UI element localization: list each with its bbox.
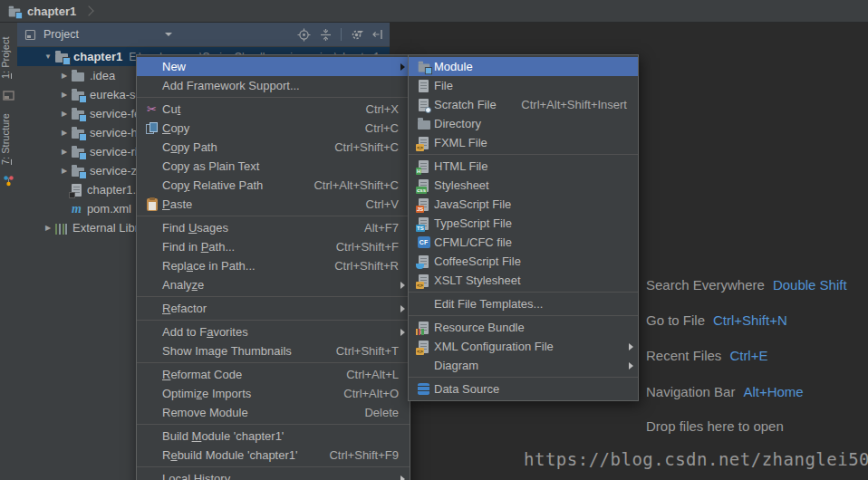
- hide-panel-icon[interactable]: [371, 28, 384, 41]
- folder-icon: [72, 72, 84, 82]
- menu-item-data-source[interactable]: Data Source: [409, 379, 638, 398]
- menu-item-analyze[interactable]: Analyze: [137, 275, 410, 294]
- menu-item-html-file[interactable]: H HTML File: [409, 157, 638, 176]
- menu-item-stylesheet[interactable]: css Stylesheet: [409, 176, 638, 195]
- fxml-file-icon: <>: [419, 137, 429, 149]
- menu-item-directory[interactable]: Directory: [409, 114, 638, 133]
- submenu-arrow-icon: [400, 305, 405, 312]
- menu-item-local-history[interactable]: Local History: [137, 469, 410, 480]
- menu-item-copy-path[interactable]: Copy PathCtrl+Shift+C: [137, 138, 410, 157]
- hint-search-everywhere: Search EverywhereDouble Shift: [646, 277, 847, 293]
- project-view-icon: [24, 29, 37, 41]
- menu-item-remove-module[interactable]: Remove ModuleDelete: [137, 403, 410, 422]
- menu-item-optimize-imports[interactable]: Optimize ImportsCtrl+Alt+O: [137, 384, 410, 403]
- paste-icon: [147, 198, 158, 211]
- data-source-icon: [418, 383, 429, 395]
- tab-project[interactable]: 1: Project: [0, 32, 16, 84]
- menu-item-resource-bundle[interactable]: Resource Bundle: [409, 318, 638, 337]
- menu-separator: [137, 362, 410, 363]
- ide-window: chapter1 1: Project 7: Structure Project: [0, 0, 868, 480]
- collapse-arrow-icon[interactable]: [41, 224, 55, 232]
- typescript-file-icon: TS: [419, 217, 429, 230]
- project-icon: [9, 8, 21, 16]
- submenu-arrow-icon: [629, 362, 633, 370]
- menu-separator: [137, 97, 410, 98]
- hint-drop-files: Drop files here to open: [646, 418, 784, 434]
- menu-item-module[interactable]: Module: [409, 57, 638, 76]
- module-icon: [418, 64, 429, 72]
- collapse-arrow-icon[interactable]: [57, 72, 72, 80]
- menu-separator: [137, 424, 410, 425]
- menu-item-copy[interactable]: CopyCtrl+C: [137, 119, 410, 138]
- breadcrumb-project[interactable]: chapter1: [27, 5, 76, 18]
- collapse-arrow-icon[interactable]: [57, 110, 72, 118]
- menu-item-new[interactable]: New: [137, 57, 410, 76]
- locate-icon[interactable]: [297, 28, 311, 42]
- hint-navigation-bar: Navigation BarAlt+Home: [646, 384, 804, 399]
- menu-item-paste[interactable]: PasteCtrl+V: [137, 195, 410, 214]
- chevron-down-icon[interactable]: [165, 33, 172, 40]
- structure-tool-icon: [3, 175, 14, 187]
- menu-item-diagram[interactable]: Diagram: [409, 356, 638, 375]
- file-icon: [419, 80, 429, 92]
- menu-item-file[interactable]: File: [409, 76, 638, 95]
- title-bar: chapter1: [0, 0, 868, 23]
- settings-gear-icon[interactable]: [350, 28, 363, 42]
- submenu-arrow-icon: [400, 475, 405, 480]
- cfml-file-icon: CF: [418, 236, 430, 248]
- menu-item-scratch-file[interactable]: Scratch FileCtrl+Alt+Shift+Insert: [409, 95, 638, 114]
- collapse-arrow-icon[interactable]: [57, 167, 72, 175]
- project-view-title[interactable]: Project: [43, 28, 79, 41]
- menu-item-add-to-favorites[interactable]: Add to Favorites: [137, 322, 410, 341]
- javascript-file-icon: JS: [419, 198, 429, 211]
- tab-structure[interactable]: 7: Structure: [0, 109, 16, 170]
- html-file-icon: H: [419, 160, 429, 173]
- tab-structure-label: 7: Structure: [0, 114, 11, 166]
- menu-item-cut[interactable]: ✂ CutCtrl+X: [137, 100, 410, 119]
- submenu-arrow-icon: [400, 63, 405, 71]
- menu-separator: [409, 315, 638, 316]
- submenu-arrow-icon: [400, 282, 405, 289]
- xslt-file-icon: <>: [419, 274, 429, 287]
- menu-item-replace-in-path[interactable]: Replace in Path...Ctrl+Shift+R: [137, 256, 410, 275]
- tab-project-label: 1: Project: [0, 37, 11, 79]
- menu-item-build-module[interactable]: Build Module 'chapter1': [137, 427, 410, 446]
- menu-separator: [409, 377, 638, 378]
- menu-item-cfml-cfc-file[interactable]: CF CFML/CFC file: [409, 233, 638, 252]
- module-icon: [72, 91, 84, 101]
- menu-item-fxml-file[interactable]: <> FXML File: [409, 133, 638, 152]
- watermark-url: https://blog.csdn.net/zhanglei500038: [524, 449, 868, 469]
- module-icon: [55, 53, 68, 62]
- menu-item-rebuild-module[interactable]: Rebuild Module 'chapter1'Ctrl+Shift+F9: [137, 446, 410, 465]
- menu-item-reformat-code[interactable]: Reformat CodeCtrl+Alt+L: [137, 365, 410, 384]
- project-panel-header: Project: [17, 23, 390, 46]
- menu-item-xml-configuration-file[interactable]: <> XML Configuration File: [409, 337, 638, 356]
- menu-separator: [137, 216, 410, 216]
- collapse-all-icon[interactable]: [319, 28, 333, 42]
- menu-item-refactor[interactable]: Refactor: [137, 299, 410, 318]
- iml-file-icon: [72, 184, 82, 197]
- collapse-arrow-icon[interactable]: [57, 148, 72, 156]
- menu-item-typescript-file[interactable]: TS TypeScript File: [409, 214, 638, 233]
- module-icon: [72, 168, 84, 177]
- menu-item-xslt-stylesheet[interactable]: <> XSLT Stylesheet: [409, 271, 638, 290]
- xml-file-icon: <>: [419, 341, 429, 353]
- menu-separator: [137, 296, 410, 297]
- menu-item-coffeescript-file[interactable]: CoffeeScript File: [409, 252, 638, 271]
- directory-icon: [418, 120, 430, 130]
- menu-item-find-in-path[interactable]: Find in Path...Ctrl+Shift+F: [137, 237, 410, 256]
- collapse-arrow-icon[interactable]: [57, 91, 72, 99]
- menu-item-find-usages[interactable]: Find UsagesAlt+F7: [137, 218, 410, 237]
- resource-bundle-icon: [419, 322, 429, 334]
- menu-item-copy-as-plain-text[interactable]: Copy as Plain Text: [137, 157, 410, 176]
- menu-item-show-image-thumbnails[interactable]: Show Image ThumbnailsCtrl+Shift+T: [137, 341, 410, 360]
- module-icon: [72, 110, 84, 120]
- menu-item-javascript-file[interactable]: JS JavaScript File: [409, 195, 638, 214]
- scissors-icon: ✂: [147, 103, 157, 115]
- menu-item-add-framework-support[interactable]: Add Framework Support...: [137, 76, 410, 95]
- menu-item-edit-file-templates[interactable]: Edit File Templates...: [409, 294, 638, 313]
- coffee-cup-badge-icon: [416, 264, 424, 269]
- menu-item-copy-relative-path[interactable]: Copy Relative PathCtrl+Alt+Shift+C: [137, 176, 410, 195]
- expand-arrow-icon[interactable]: [41, 53, 55, 61]
- collapse-arrow-icon[interactable]: [57, 129, 72, 137]
